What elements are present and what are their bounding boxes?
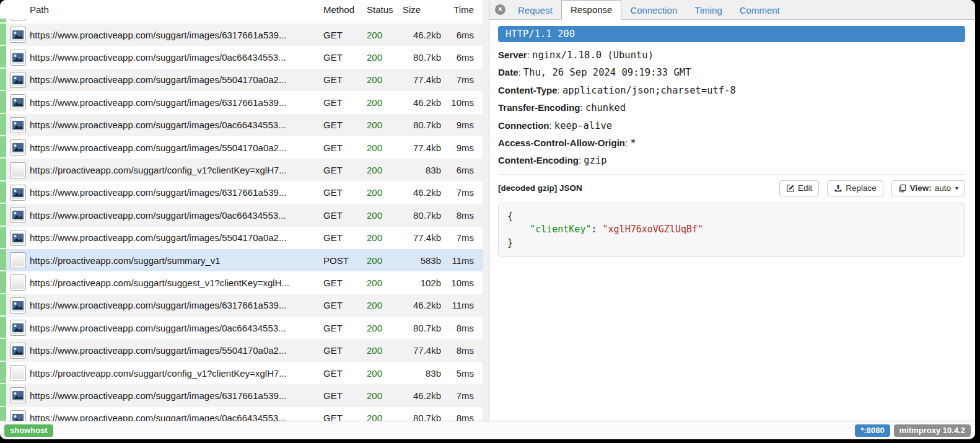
flow-marker-edge [0, 384, 6, 406]
document-icon [10, 274, 26, 291]
flow-method: GET [323, 210, 367, 221]
flow-size: 46.2kb [401, 30, 441, 40]
response-header-line[interactable]: Server: nginx/1.18.0 (Ubuntu) [498, 46, 965, 64]
replace-button[interactable]: Replace [827, 180, 883, 196]
response-header-line[interactable]: Content-Type: application/json;charset=u… [498, 82, 965, 99]
flow-row[interactable]: https://www.proactiveapp.com/suggart/ima… [0, 182, 483, 204]
flow-row[interactable]: https://www.proactiveapp.com/suggart/ima… [0, 339, 483, 361]
main-area: Path Method Status Size Time https://www… [0, 0, 975, 421]
content-encoding-label: [decoded gzip] JSON [498, 183, 582, 193]
showhost-mode-badge[interactable]: showhost [4, 424, 53, 437]
response-tab-content: HTTP/1.1 200 Server: nginx/1.18.0 (Ubunt… [489, 20, 975, 421]
flow-icon-cell [6, 387, 30, 403]
response-header-line[interactable]: Connection: keep-alive [498, 117, 965, 134]
flow-row[interactable]: https://proactiveapp.com/suggart/config_… [0, 159, 483, 181]
flow-marker-edge [0, 91, 6, 113]
flow-method: GET [323, 232, 367, 243]
flow-path: https://www.proactiveapp.com/suggart/ima… [30, 300, 323, 310]
flow-size: 80.7kb [401, 52, 441, 63]
flow-marker-edge [0, 204, 6, 226]
flow-icon-cell [6, 117, 30, 133]
column-header-time[interactable]: Time [441, 4, 474, 15]
status-bar: showhost *:8080 mitmproxy 10.4.2 [0, 421, 975, 439]
http-status-line[interactable]: HTTP/1.1 200 [498, 26, 965, 42]
flow-marker-edge [0, 69, 6, 91]
flow-time: 10ms [441, 97, 474, 108]
flow-row[interactable]: https://www.proactiveapp.com/suggart/ima… [0, 384, 483, 406]
flow-row[interactable]: https://www.proactiveapp.com/suggart/ima… [0, 294, 483, 317]
flow-row[interactable]: https://proactiveapp.com/suggart/config_… [0, 362, 483, 384]
flow-method: GET [323, 323, 367, 333]
image-thumbnail-icon [10, 117, 26, 133]
flow-time: 7ms [441, 232, 474, 243]
response-headers: Server: nginx/1.18.0 (Ubuntu)Date: Thu, … [498, 46, 965, 170]
flow-method: GET [323, 300, 367, 310]
header-name: Server [498, 50, 527, 60]
close-icon[interactable]: × [495, 4, 505, 15]
edit-button[interactable]: Edit [779, 180, 819, 196]
flow-icon-cell [6, 297, 30, 314]
flow-row[interactable]: https://proactiveapp.com/suggart/suggest… [0, 271, 483, 294]
tab-response[interactable]: Response [561, 0, 622, 20]
flow-size: 46.2kb [401, 97, 441, 108]
flow-method: GET [323, 74, 367, 85]
response-header-line[interactable]: Content-Encoding: gzip [498, 152, 965, 169]
flow-marker-edge [0, 339, 6, 361]
flow-list-scrollbar[interactable] [483, 0, 489, 421]
response-header-line[interactable]: Access-Control-Allow-Origin: * [498, 134, 965, 152]
flow-row[interactable]: https://www.proactiveapp.com/suggart/ima… [0, 407, 483, 421]
partially-scrolled-row[interactable] [0, 19, 483, 24]
flow-row[interactable]: https://www.proactiveapp.com/suggart/ima… [0, 136, 483, 159]
image-thumbnail-icon [10, 94, 26, 110]
response-header-line[interactable]: Date: Thu, 26 Sep 2024 09:19:33 GMT [498, 64, 965, 81]
flow-size: 46.2kb [401, 187, 441, 198]
tab-request[interactable]: Request [509, 1, 561, 20]
flow-status-code: 200 [367, 255, 401, 266]
flow-status-code: 200 [367, 345, 401, 356]
image-thumbnail-icon [10, 387, 26, 403]
flow-method: POST [323, 255, 367, 266]
flow-size: 80.7kb [401, 210, 441, 221]
tab-timing[interactable]: Timing [686, 1, 730, 20]
flow-row[interactable]: https://www.proactiveapp.com/suggart/ima… [0, 114, 483, 136]
flow-method: GET [323, 390, 367, 401]
header-value: Thu, 26 Sep 2024 09:19:33 GMT [523, 67, 691, 78]
header-name: Content-Encoding [498, 155, 579, 165]
flow-rows: https://www.proactiveapp.com/suggart/ima… [0, 24, 483, 421]
image-thumbnail-icon [10, 297, 26, 314]
header-value: nginx/1.18.0 (Ubuntu) [532, 50, 654, 61]
tab-comment[interactable]: Comment [731, 1, 789, 20]
flow-row[interactable]: https://www.proactiveapp.com/suggart/ima… [0, 91, 483, 113]
pencil-square-icon [786, 184, 795, 193]
listen-address-badge[interactable]: *:8080 [855, 424, 890, 437]
flow-status-code: 200 [367, 278, 401, 288]
flow-row-selected[interactable]: https://proactiveapp.com/suggart/summary… [0, 249, 483, 271]
flow-icon-cell [6, 410, 30, 421]
column-header-method[interactable]: Method [323, 4, 367, 15]
response-header-line[interactable]: Transfer-Encoding: chunked [498, 99, 965, 116]
view-mode-button[interactable]: View: auto ▾ [891, 180, 965, 196]
flow-row[interactable]: https://www.proactiveapp.com/suggart/ima… [0, 69, 483, 91]
mitmproxy-window: Path Method Status Size Time https://www… [0, 0, 975, 439]
flow-row[interactable]: https://www.proactiveapp.com/suggart/ima… [0, 46, 483, 68]
column-header-path[interactable]: Path [30, 4, 323, 15]
flow-marker-edge [0, 271, 6, 294]
flow-icon-cell [6, 365, 30, 381]
flow-time: 10ms [441, 278, 474, 288]
tab-connection[interactable]: Connection [621, 1, 686, 20]
flow-method: GET [323, 120, 367, 130]
flow-row[interactable]: https://www.proactiveapp.com/suggart/ima… [0, 227, 483, 249]
detail-tab-bar: × RequestResponseConnectionTimingComment [489, 0, 975, 20]
json-body-viewer[interactable]: { "clientKey": "xglH76xoVGZlUqBf" } [498, 203, 965, 258]
flow-size: 83b [401, 165, 441, 175]
flow-row[interactable] [0, 19, 483, 24]
flow-icon-cell [6, 50, 30, 66]
version-badge[interactable]: mitmproxy 10.4.2 [894, 424, 971, 437]
flow-marker-edge [0, 362, 6, 384]
column-header-size[interactable]: Size [401, 4, 441, 15]
flow-row[interactable]: https://www.proactiveapp.com/suggart/ima… [0, 204, 483, 226]
flow-row[interactable]: https://www.proactiveapp.com/suggart/ima… [0, 317, 483, 339]
flow-row[interactable]: https://www.proactiveapp.com/suggart/ima… [0, 24, 483, 46]
column-header-status[interactable]: Status [367, 4, 401, 15]
flow-method: GET [323, 187, 367, 198]
